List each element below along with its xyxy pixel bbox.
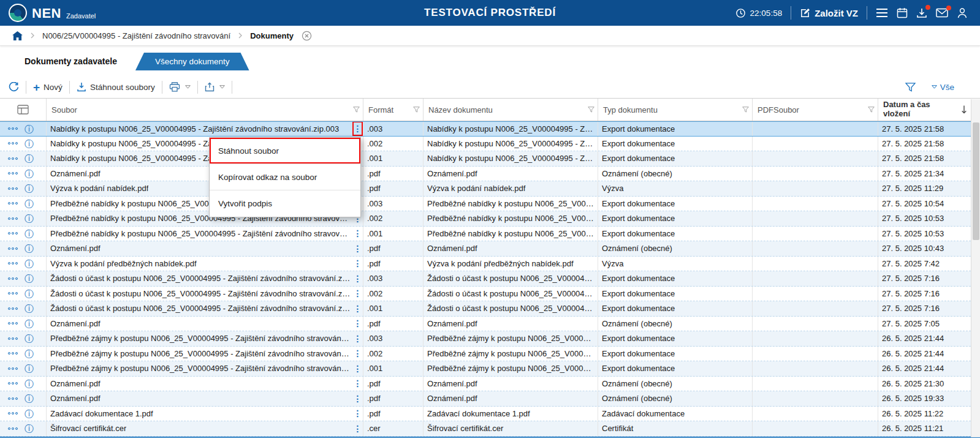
row-info-icon[interactable]: ⓘ [25, 124, 34, 133]
table-row[interactable]: ⓘ Předběžné zájmy k postupu N006_25_V000… [0, 347, 980, 362]
table-row[interactable]: ⓘ Předběžné nabídky k postupu N006_25_V0… [0, 197, 980, 212]
row-info-icon[interactable]: ⓘ [25, 229, 34, 238]
table-row[interactable]: ⓘ Oznámení.pdf ⋮ .pdf Oznámení.pdf Oznám… [0, 317, 980, 332]
row-info-icon[interactable]: ⓘ [25, 184, 34, 193]
refresh-button[interactable] [9, 82, 19, 92]
filter-funnel-icon[interactable] [742, 107, 749, 113]
row-info-icon[interactable]: ⓘ [25, 364, 34, 373]
context-menu-item[interactable]: Kopírovat odkaz na soubor [210, 164, 360, 190]
view-filter-select[interactable]: Vše [932, 83, 954, 92]
filter-funnel-icon[interactable] [353, 107, 360, 113]
table-row[interactable]: ⓘ Oznámení.pdf ⋮ .pdf Oznámení.pdf Oznám… [0, 377, 980, 392]
row-menu-icon[interactable] [8, 352, 18, 355]
table-row[interactable]: ⓘ Žádosti o účast k postupu N006_25_V000… [0, 287, 980, 302]
row-menu-icon[interactable] [8, 187, 18, 190]
row-menu-icon[interactable] [8, 142, 18, 145]
filter-funnel-icon[interactable] [868, 107, 875, 113]
export-caret-icon[interactable] [219, 85, 225, 89]
column-settings-button[interactable] [0, 99, 46, 121]
row-menu-icon[interactable] [8, 322, 18, 325]
row-more-icon[interactable]: ⋮ [354, 272, 362, 285]
row-menu-icon[interactable] [8, 262, 18, 265]
row-menu-icon[interactable] [8, 307, 18, 310]
nen-logo[interactable]: NEN Zadavatel [0, 4, 96, 22]
row-menu-icon[interactable] [8, 202, 18, 205]
row-more-icon[interactable]: ⋮ [354, 257, 362, 269]
row-more-icon[interactable]: ⋮ [354, 332, 362, 345]
table-row[interactable]: ⓘ Nabídky k postupu N006_25_V00004995 - … [0, 137, 980, 152]
column-header-format[interactable]: Formát [363, 99, 423, 121]
table-row[interactable]: ⓘ Výzva k podání nabídek.pdf ⋮ .pdf Výzv… [0, 181, 980, 197]
row-info-icon[interactable]: ⓘ [25, 199, 34, 208]
row-info-icon[interactable]: ⓘ [25, 169, 34, 178]
row-menu-icon[interactable] [8, 382, 18, 385]
main-menu-button[interactable] [876, 8, 888, 18]
row-menu-icon[interactable] [8, 172, 18, 175]
row-menu-icon[interactable] [8, 217, 18, 220]
table-row[interactable]: ⓘ Oznámení.pdf ⋮ .pdf Oznámení.pdf Oznám… [0, 391, 980, 407]
filter-icon[interactable] [905, 83, 916, 92]
profile-button[interactable] [957, 7, 968, 18]
column-header-typ[interactable]: Typ dokumentu [598, 99, 752, 121]
row-info-icon[interactable]: ⓘ [25, 304, 34, 313]
row-info-icon[interactable]: ⓘ [25, 139, 34, 148]
row-info-icon[interactable]: ⓘ [25, 394, 34, 403]
row-menu-icon[interactable] [8, 157, 18, 160]
table-row[interactable]: ⓘ Šifrovací certifikát.cer ⋮ .cer Šifrov… [0, 421, 980, 437]
row-menu-icon[interactable] [8, 397, 18, 400]
tab-dokumenty-zadavatele[interactable]: Dokumenty zadavatele [7, 53, 134, 70]
table-row[interactable]: ⓘ Výzva k podání předběžných nabídek.pdf… [0, 257, 980, 272]
row-menu-icon[interactable] [8, 367, 18, 370]
table-row[interactable]: ⓘ Předběžné nabídky k postupu N006_25_V0… [0, 211, 980, 227]
row-more-icon[interactable]: ⋮ [354, 287, 362, 299]
row-menu-icon[interactable] [8, 247, 18, 250]
row-more-icon[interactable]: ⋮ [354, 302, 362, 315]
row-info-icon[interactable]: ⓘ [25, 379, 34, 388]
table-row[interactable]: ⓘ Oznámení.pdf ⋮ .pdf Oznámení.pdf Oznám… [0, 241, 980, 257]
table-row[interactable]: ⓘ Předběžné zájmy k postupu N006_25_V000… [0, 331, 980, 347]
print-button[interactable] [169, 82, 191, 92]
row-more-icon[interactable]: ⋮ [354, 393, 362, 405]
row-more-icon[interactable]: ⋮ [354, 423, 362, 435]
row-more-icon[interactable]: ⋮ [354, 242, 362, 255]
row-info-icon[interactable]: ⓘ [25, 214, 34, 223]
row-more-icon[interactable]: ⋮ [354, 227, 362, 239]
row-info-icon[interactable]: ⓘ [25, 244, 34, 253]
row-info-icon[interactable]: ⓘ [25, 319, 34, 328]
row-info-icon[interactable]: ⓘ [25, 424, 34, 433]
sort-desc-icon[interactable] [961, 105, 967, 115]
column-header-pdfsoubor[interactable]: PDFSoubor [752, 99, 878, 121]
column-header-soubor[interactable]: Soubor [46, 99, 363, 121]
downloads-button[interactable] [916, 7, 927, 18]
row-more-icon[interactable]: ⋮ [354, 347, 362, 359]
breadcrumb-procedure[interactable]: N006/25/V00004995 - Zajištění závodního … [42, 31, 230, 40]
new-button[interactable]: + Nový [33, 81, 63, 93]
row-info-icon[interactable]: ⓘ [25, 409, 34, 418]
row-menu-icon[interactable] [8, 427, 18, 430]
export-button[interactable] [205, 82, 225, 92]
row-menu-icon[interactable] [8, 232, 18, 235]
vertical-scrollbar[interactable] [971, 99, 980, 437]
row-menu-icon[interactable] [8, 337, 18, 340]
table-row[interactable]: ⓘ Zadávací dokumentace 1.pdf ⋮ .pdf Zadá… [0, 407, 980, 422]
table-row[interactable]: ⓘ Žádosti o účast k postupu N006_25_V000… [0, 301, 980, 317]
context-menu-item[interactable]: Vytvořit podpis [210, 190, 360, 217]
table-row[interactable]: ⓘ Žádosti o účast k postupu N006_25_V000… [0, 271, 980, 287]
row-more-icon[interactable]: ⋮ [354, 317, 362, 329]
download-files-button[interactable]: Stáhnout soubory [77, 82, 155, 92]
column-header-nazev[interactable]: Název dokumentu [423, 99, 598, 121]
tab-vsechny-dokumenty[interactable]: Všechny dokumenty [135, 53, 249, 70]
table-row[interactable]: ⓘ Oznámení.pdf ⋮ .pdf Oznámení.pdf Oznám… [0, 167, 980, 182]
filter-funnel-icon[interactable] [413, 107, 420, 113]
filter-funnel-icon[interactable] [588, 107, 594, 113]
row-more-icon[interactable]: ⋮ [354, 122, 362, 135]
row-menu-icon[interactable] [8, 127, 18, 130]
row-info-icon[interactable]: ⓘ [25, 259, 34, 268]
table-row[interactable]: ⓘ Předběžné zájmy k postupu N006_25_V000… [0, 361, 980, 377]
calendar-button[interactable] [897, 7, 908, 18]
context-menu-item[interactable]: Stáhnout soubor [210, 138, 360, 164]
row-info-icon[interactable]: ⓘ [25, 154, 34, 163]
home-icon[interactable] [12, 31, 23, 40]
row-menu-icon[interactable] [8, 292, 18, 295]
table-row[interactable]: ⓘ Nabídky k postupu N006_25_V00004995 - … [0, 151, 980, 167]
